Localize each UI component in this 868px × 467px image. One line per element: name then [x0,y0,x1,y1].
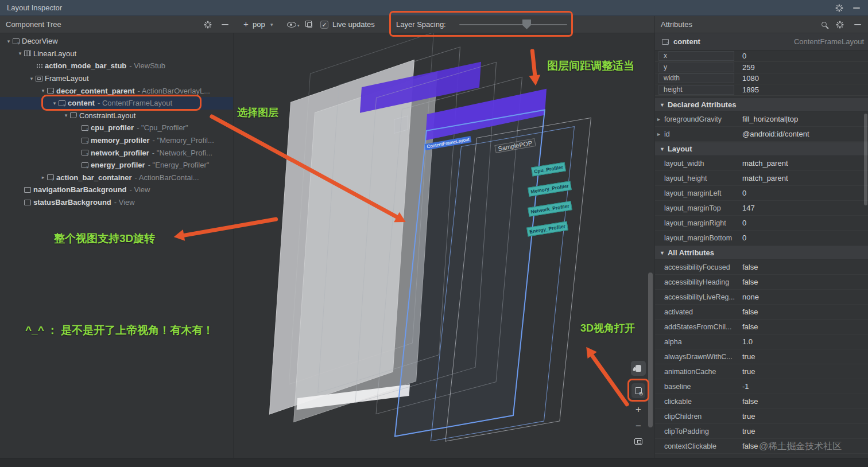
collapse-triangle-icon: ▼ [660,102,665,108]
tree-item-label: DecorView [22,37,58,45]
attr-label: layout_marginRight [664,219,742,227]
reset-view-button[interactable] [632,436,645,446]
attr-label: activated [664,308,742,316]
section-header-all-attributes[interactable]: ▼All Attributes [655,246,868,260]
attr-value: fill_horizontal|top [742,115,798,123]
attr-row-layoutmarginBottom[interactable]: layout_marginBottom0 [655,231,868,246]
plainview-icon [24,200,31,205]
tree-item-statusBarBackground[interactable]: statusBarBackground- View [0,196,233,209]
tree-item-action_bar_container[interactable]: ▸action_bar_container- ActionBarContai..… [0,172,233,184]
tree-item-suffix: - View [130,185,150,194]
attr-row-layoutmarginTop[interactable]: layout_marginTop147 [655,201,868,216]
expand-arrow-icon[interactable]: ▸ [39,174,47,180]
note-layer-spacing: 图层间距调整适当 [547,59,634,73]
attr-value: match_parent [742,174,788,182]
tree-item-ConstraintLayout[interactable]: ▾ConstraintLayout [0,110,233,122]
tree-item-label: navigationBarBackground [33,185,127,194]
tree-item-suffix: - ActionBarOverlayL... [138,87,210,95]
tree-item-FrameLayout[interactable]: ▾FrameLayout [0,72,233,85]
attributes-search-icon[interactable] [822,22,827,27]
attr-row-clickable[interactable]: clickablefalse [655,394,868,409]
attr-row-layoutmarginLeft[interactable]: layout_marginLeft0 [655,186,868,201]
attr-row-clipToPadding[interactable]: clipToPaddingtrue [655,424,868,439]
eye-chevron-icon[interactable]: ▾ [297,24,300,28]
tree-item-memory_profiler[interactable]: memory_profiler- "Memory_Profil... [0,134,233,147]
attr-row-animationCache[interactable]: animationCachetrue [655,364,868,379]
attr-row-foregroundGravity[interactable]: ▸foregroundGravityfill_horizontal|top [655,112,868,127]
view-options-eye-icon[interactable] [287,22,296,28]
section-header-declared-attributes[interactable]: ▼Declared Attributes [655,98,868,112]
process-chevron-icon[interactable]: ▾ [270,22,273,28]
tree-item-energy_profiler[interactable]: energy_profiler- "Energy_Profiler" [0,159,233,172]
expand-arrow-icon[interactable]: ▾ [39,88,47,94]
expand-arrow-icon[interactable]: ▾ [5,38,13,44]
view-icon [13,38,20,44]
tree-item-action_mode_bar_stub[interactable]: action_mode_bar_stub- ViewStub [0,60,233,72]
tree-item-label: action_bar_container [56,173,132,182]
pan-hand-button[interactable] [631,361,646,376]
attributes-gear-icon[interactable] [838,22,842,27]
geometry-value: 1080 [742,74,759,83]
tree-item-network_profiler[interactable]: network_profiler- "Network_Profi... [0,146,233,159]
live-updates-checkbox[interactable]: ✓ [320,21,328,29]
geometry-table: x0y259width1080height1895 [655,50,868,96]
tree-item-label: ConstraintLayout [79,111,135,120]
tree-item-label: action_mode_bar_stub [45,61,126,70]
attr-row-layoutheight[interactable]: layout_heightmatch_parent [655,171,868,186]
attr-label: alpha [664,338,742,346]
attr-value: true [742,412,755,421]
tree-item-label: network_profiler [91,149,149,157]
attr-value: false [742,322,758,331]
add-process-icon[interactable]: + [243,19,249,29]
attributes-scrollbar[interactable] [864,114,867,205]
tree-item-label: energy_profiler [91,161,145,169]
attr-label: clipChildren [664,412,742,421]
expand-arrow-icon[interactable]: ▾ [16,50,24,56]
settings-gear-icon[interactable] [837,6,842,10]
attr-row-accessibilityLiveReg[interactable]: accessibilityLiveReg...none [655,290,868,305]
viewport-scrollbar[interactable] [648,273,653,427]
attr-label: layout_width [664,159,742,168]
attr-value: false [742,278,758,286]
attr-row-layoutmarginRight[interactable]: layout_marginRight0 [655,216,868,231]
attr-row-baseline[interactable]: baseline-1 [655,379,868,394]
attributes-hide-icon[interactable] [854,24,861,25]
attr-value: 0 [742,234,746,242]
attr-row-clipChildren[interactable]: clipChildrentrue [655,409,868,424]
process-selector[interactable]: pop [253,20,265,29]
row-expand-icon[interactable]: ▸ [657,131,664,137]
minimize-icon[interactable] [853,7,860,9]
tree-gear-icon[interactable] [206,22,210,27]
capture-snapshot-icon[interactable] [307,22,312,28]
attr-label: contextClickable [664,442,742,450]
expand-arrow-icon[interactable]: ▾ [28,76,36,81]
attr-sections: ▼Declared Attributes▸foregroundGravityfi… [655,98,868,454]
attr-row-accessibilityHeading[interactable]: accessibilityHeadingfalse [655,275,868,290]
note-god-view: ^_^ ： 是不是开了上帝视角！有木有！ [25,323,214,338]
tree-item-DecorView[interactable]: ▾DecorView [0,35,233,48]
tree-item-suffix: - ActionBarContai... [135,173,199,182]
attr-label: layout_marginLeft [664,189,742,197]
attr-value: false [742,263,758,271]
attr-row-alpha[interactable]: alpha1.0 [655,334,868,349]
zoom-out-button[interactable]: − [633,421,644,432]
attr-label: layout_marginBottom [664,234,742,242]
tree-item-navigationBarBackground[interactable]: navigationBarBackground- View [0,184,233,196]
attr-row-activated[interactable]: activatedfalse [655,305,868,320]
attr-row-id[interactable]: ▸id@android:id/content [655,127,868,142]
tree-item-LinearLayout[interactable]: ▾LinearLayout [0,48,233,60]
attr-row-alwaysDrawnWithC[interactable]: alwaysDrawnWithC...true [655,349,868,364]
layer-viewport[interactable]: ContentFrameLayout SamplePOP Cpu_Profile… [234,33,654,458]
section-header-layout[interactable]: ▼Layout [655,142,868,156]
tree-item-suffix: - View [114,198,135,207]
row-expand-icon[interactable]: ▸ [657,116,664,122]
attr-row-layoutwidth[interactable]: layout_widthmatch_parent [655,156,868,171]
tree-hide-icon[interactable] [222,24,228,25]
tree-item-cpu_profiler[interactable]: cpu_profiler- "Cpu_Profiler" [0,122,233,134]
attr-row-addStatesFromChil[interactable]: addStatesFromChil...false [655,320,868,334]
attr-row-accessibilityFocused[interactable]: accessibilityFocusedfalse [655,260,868,275]
zoom-in-button[interactable]: + [633,404,644,415]
geometry-row-width: width1080 [655,73,868,85]
expand-arrow-icon[interactable]: ▾ [62,112,70,118]
geometry-value: 259 [742,63,755,72]
